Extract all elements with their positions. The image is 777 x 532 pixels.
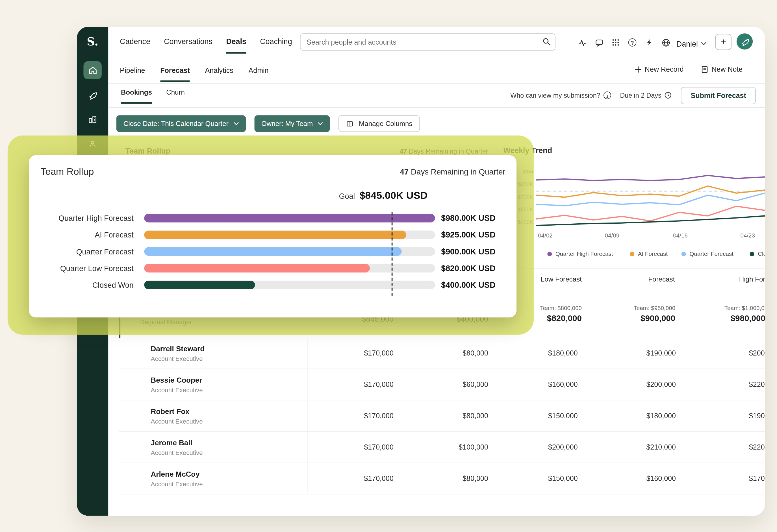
forecast-tabs: Bookings Churn xyxy=(121,88,185,104)
team-rollup-card: Team Rollup 47 Days Remaining in Quarter… xyxy=(29,155,517,318)
sidebar-item-home[interactable] xyxy=(83,61,101,79)
chevron-down-icon xyxy=(233,122,238,125)
owner-filter[interactable]: Owner: My Team xyxy=(254,115,330,132)
cell-high-forecast: $980,000 xyxy=(731,313,765,323)
goal-label-group: Goal $845.00K USD xyxy=(339,189,428,201)
tab-pipeline[interactable]: Pipeline xyxy=(120,66,145,82)
cell-closed-won: $100,000 xyxy=(459,443,488,451)
cell-forecast: $210,000 xyxy=(646,443,676,451)
cell-high-forecast: $190,000 xyxy=(749,411,765,420)
bar-fill xyxy=(144,264,369,272)
legend-dot xyxy=(547,252,552,256)
x-axis-label: 04/09 xyxy=(599,233,625,239)
bar-row-closed-won: Closed Won $400.00K USD xyxy=(29,276,517,293)
cell-closed-won: $80,000 xyxy=(462,474,488,482)
goal-label: Goal xyxy=(339,192,355,200)
rep-role: Account Executive xyxy=(151,387,203,394)
cell-low-forecast: $150,000 xyxy=(548,474,578,482)
legend-dot xyxy=(750,252,754,256)
cell-high-forecast: $200,000 xyxy=(749,349,765,357)
due-date: Due in 2 Days xyxy=(620,92,672,99)
team-forecast-label: Team: $950,000 xyxy=(634,305,676,311)
page: S. Cad xyxy=(0,0,777,532)
close-date-filter[interactable]: Close Date: This Calendar Quarter xyxy=(116,115,246,132)
column-header-low-forecast[interactable]: Low Forecast xyxy=(541,276,582,283)
rep-role: Account Executive xyxy=(151,449,203,456)
legend-dot xyxy=(630,252,634,256)
rollup-bar-chart: Quarter High Forecast $980.00K USD AI Fo… xyxy=(29,210,517,293)
cell-forecast: $200,000 xyxy=(646,380,676,388)
columns-icon xyxy=(346,120,354,127)
cell-quota: $170,000 xyxy=(364,349,394,357)
who-can-view-link[interactable]: Who can view my submission? i xyxy=(510,92,611,99)
cell-low-forecast: $180,000 xyxy=(548,349,578,357)
team-low-label: Team: $800,000 xyxy=(540,305,582,311)
cell-forecast: $180,000 xyxy=(646,411,676,420)
submit-forecast-button[interactable]: Submit Forecast xyxy=(681,87,756,104)
table-row[interactable]: Darrell Steward Account Executive $170,0… xyxy=(119,338,765,369)
manager-role: Regional Manager xyxy=(140,318,192,325)
rep-role: Account Executive xyxy=(151,481,203,488)
cell-closed-won: $60,000 xyxy=(462,380,488,388)
legend-dot xyxy=(681,252,686,256)
goal-value: $845.00K USD xyxy=(359,189,428,201)
table-row[interactable]: Jerome Ball Account Executive $170,000 $… xyxy=(119,432,765,463)
legend-item[interactable]: AI Forecast xyxy=(630,251,668,257)
rep-role: Account Executive xyxy=(151,356,203,363)
bar-row-quarter-low-forecast: Quarter Low Forecast $820.00K USD xyxy=(29,260,517,276)
bar-fill xyxy=(144,231,406,239)
cell-quota: $170,000 xyxy=(364,443,394,451)
bar-row-ai-forecast: AI Forecast $925.00K USD xyxy=(29,227,517,243)
chevron-down-icon xyxy=(318,122,323,125)
days-remaining: 47 Days Remaining in Quarter xyxy=(400,167,505,176)
person-icon xyxy=(88,139,97,148)
new-record-button[interactable]: New Record xyxy=(635,65,684,74)
tab-admin[interactable]: Admin xyxy=(248,66,268,82)
clock-icon xyxy=(664,92,672,99)
filter-bar: Close Date: This Calendar Quarter Owner:… xyxy=(116,115,420,132)
cell-forecast: $160,000 xyxy=(646,474,676,482)
home-icon xyxy=(88,65,98,75)
cell-quota: $170,000 xyxy=(364,380,394,388)
rep-name: Robert Fox xyxy=(151,407,190,416)
cell-forecast: $190,000 xyxy=(646,349,676,357)
x-axis-label: 04/02 xyxy=(532,233,559,239)
sidebar-item-launch[interactable] xyxy=(83,86,101,104)
column-header-high-forecast[interactable]: High Forecast xyxy=(739,276,765,283)
legend-item[interactable]: Quarter Forecast xyxy=(681,251,734,257)
record-actions: New Record New Note xyxy=(635,65,743,74)
tab-bookings[interactable]: Bookings xyxy=(121,88,152,104)
weekly-trend-chart xyxy=(536,167,765,233)
bar-fill xyxy=(144,247,402,256)
cell-low-forecast: $200,000 xyxy=(548,443,578,451)
table-row[interactable]: Bessie Cooper Account Executive $170,000… xyxy=(119,369,765,400)
manage-columns-button[interactable]: Manage Columns xyxy=(338,115,420,132)
days-remaining-background: 47 Days Remaining in Quarter xyxy=(400,148,488,155)
sidebar-item-accounts[interactable] xyxy=(83,110,101,128)
info-icon[interactable]: i xyxy=(603,92,611,99)
tab-churn[interactable]: Churn xyxy=(166,88,185,104)
rocket-icon xyxy=(88,90,97,99)
cell-high-forecast: $220,000 xyxy=(749,380,765,388)
cell-high-forecast: $220,000 xyxy=(749,443,765,451)
tab-forecast[interactable]: Forecast xyxy=(160,66,190,82)
cell-closed-won: $80,000 xyxy=(462,349,488,357)
bar-fill xyxy=(144,281,254,289)
card-title: Team Rollup xyxy=(40,166,94,177)
rep-name: Arlene McCoy xyxy=(151,470,200,478)
legend-item[interactable]: Quarter High Forecast xyxy=(547,251,613,257)
rep-role: Account Executive xyxy=(151,418,203,425)
column-header-forecast[interactable]: Forecast xyxy=(648,276,675,283)
new-note-button[interactable]: New Note xyxy=(701,65,743,74)
table-row[interactable]: Robert Fox Account Executive $170,000 $8… xyxy=(119,400,765,432)
sidebar-item-people[interactable] xyxy=(83,135,101,153)
submission-bar: Who can view my submission? i Due in 2 D… xyxy=(510,83,756,107)
table-row[interactable]: Arlene McCoy Account Executive $170,000 … xyxy=(119,463,765,495)
legend-item[interactable]: Closed Won xyxy=(750,251,765,257)
cell-forecast: $900,000 xyxy=(641,313,675,323)
team-high-label: Team: $1,000,000 xyxy=(725,305,765,311)
tab-analytics[interactable]: Analytics xyxy=(205,66,233,82)
cell-high-forecast: $170,000 xyxy=(749,474,765,482)
table-body: Darrell Steward Account Executive $170,0… xyxy=(119,338,765,495)
forecast-tabs-row: Bookings Churn Who can view my submissio… xyxy=(108,83,765,108)
